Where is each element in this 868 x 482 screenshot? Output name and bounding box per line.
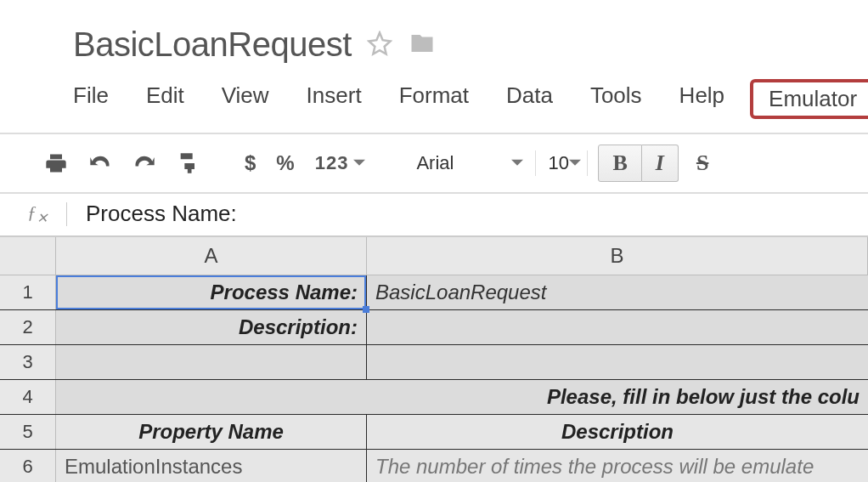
cell[interactable]: Please, fill in below just the colu bbox=[56, 380, 868, 414]
document-title[interactable]: BasicLoanRequest bbox=[73, 26, 352, 64]
menu-insert[interactable]: Insert bbox=[288, 79, 380, 119]
formula-bar: ƒ✕ Process Name: bbox=[0, 194, 868, 235]
bold-button[interactable]: B bbox=[598, 145, 641, 182]
fx-icon: ƒ✕ bbox=[27, 201, 48, 226]
row-header[interactable]: 2 bbox=[0, 310, 56, 344]
number-format-label: 123 bbox=[315, 152, 349, 174]
menu-data[interactable]: Data bbox=[488, 79, 572, 119]
chevron-down-icon bbox=[353, 152, 365, 174]
cell[interactable]: Description: bbox=[56, 310, 367, 344]
cell[interactable]: Description bbox=[367, 415, 868, 449]
menu-edit[interactable]: Edit bbox=[127, 79, 203, 119]
column-header-a[interactable]: A bbox=[56, 237, 367, 275]
font-family-label: Arial bbox=[416, 152, 454, 174]
cell[interactable] bbox=[56, 345, 367, 379]
menu-file[interactable]: File bbox=[70, 79, 127, 119]
menu-view[interactable]: View bbox=[203, 79, 288, 119]
paint-format-icon[interactable] bbox=[166, 146, 211, 180]
spreadsheet-grid: A B 1Process Name:BasicLoanRequest2Descr… bbox=[0, 235, 868, 482]
star-icon[interactable] bbox=[367, 31, 392, 60]
row-header[interactable]: 4 bbox=[0, 380, 56, 414]
row-header[interactable]: 1 bbox=[0, 275, 56, 309]
cell[interactable]: BasicLoanRequest bbox=[367, 275, 868, 309]
cell[interactable]: EmulationInstances bbox=[56, 450, 367, 482]
font-family-select[interactable]: Arial bbox=[399, 152, 535, 174]
currency-button[interactable]: $ bbox=[234, 146, 266, 180]
row-header[interactable]: 3 bbox=[0, 345, 56, 379]
menu-emulator[interactable]: Emulator bbox=[750, 79, 868, 119]
chevron-down-icon bbox=[569, 152, 581, 174]
redo-icon[interactable] bbox=[122, 146, 166, 180]
folder-icon[interactable] bbox=[408, 31, 437, 60]
font-size-label: 10 bbox=[548, 152, 568, 174]
italic-button[interactable]: I bbox=[642, 145, 679, 182]
cell[interactable]: Process Name: bbox=[56, 275, 367, 309]
row-header[interactable]: 6 bbox=[0, 450, 56, 482]
print-icon[interactable] bbox=[34, 146, 78, 180]
number-format-button[interactable]: 123 bbox=[305, 147, 376, 179]
menu-help[interactable]: Help bbox=[661, 79, 743, 119]
cell[interactable] bbox=[367, 345, 868, 379]
select-all-corner[interactable] bbox=[0, 237, 56, 275]
percent-button[interactable]: % bbox=[266, 146, 304, 180]
cell[interactable]: Property Name bbox=[56, 415, 367, 449]
menu-tools[interactable]: Tools bbox=[572, 79, 661, 119]
chevron-down-icon bbox=[511, 152, 523, 174]
font-size-select[interactable]: 10 bbox=[536, 152, 587, 174]
toolbar: $ % 123 Arial 10 B I S bbox=[0, 133, 868, 194]
menu-format[interactable]: Format bbox=[380, 79, 488, 119]
cell[interactable]: The number of times the process will be … bbox=[367, 450, 868, 482]
menu-bar: File Edit View Insert Format Data Tools … bbox=[0, 64, 868, 133]
undo-icon[interactable] bbox=[78, 146, 122, 180]
cell[interactable] bbox=[367, 310, 868, 344]
row-header[interactable]: 5 bbox=[0, 415, 56, 449]
column-header-b[interactable]: B bbox=[367, 237, 868, 275]
strikethrough-button[interactable]: S bbox=[679, 145, 723, 182]
formula-input[interactable]: Process Name: bbox=[86, 201, 237, 227]
